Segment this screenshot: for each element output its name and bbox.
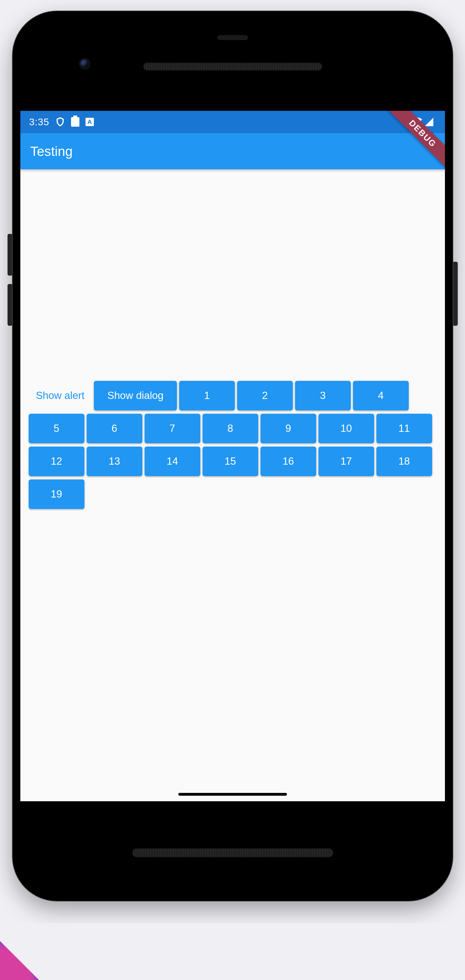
button-wrap: Show alert Show dialog 1 2 3 4 5 6 7 8 [29, 381, 436, 509]
number-label: 2 [262, 390, 268, 401]
show-alert-button[interactable]: Show alert [29, 381, 92, 410]
number-label: 18 [398, 455, 410, 467]
number-button-12[interactable]: 12 [29, 447, 85, 476]
number-label: 1 [204, 390, 210, 401]
phone-frame: 3:35 A [13, 11, 453, 901]
gesture-nav-bar [178, 793, 287, 796]
number-label: 13 [109, 455, 120, 467]
number-button-15[interactable]: 15 [203, 447, 258, 476]
number-label: 11 [398, 423, 410, 434]
number-label: 3 [320, 390, 326, 401]
number-button-5[interactable]: 5 [29, 414, 85, 443]
shield-icon [56, 117, 65, 127]
number-label: 7 [169, 423, 175, 434]
volume-up-button [8, 234, 13, 275]
wifi-icon [410, 117, 422, 127]
number-label: 14 [166, 455, 178, 467]
earpiece-speaker [144, 63, 322, 70]
number-label: 12 [51, 455, 62, 467]
app-bar-title: Testing [30, 144, 73, 159]
number-label: 19 [51, 488, 62, 500]
bezel-top [20, 19, 445, 111]
app-bar: Testing [20, 133, 445, 169]
status-left: 3:35 A [29, 116, 94, 127]
number-button-1[interactable]: 1 [179, 381, 235, 410]
number-button-16[interactable]: 16 [260, 447, 316, 476]
front-camera [79, 58, 91, 70]
number-label: 9 [285, 423, 291, 434]
number-button-3[interactable]: 3 [295, 381, 351, 410]
a-badge-icon: A [86, 118, 94, 126]
number-label: 17 [340, 455, 352, 467]
sd-card-icon [71, 117, 79, 127]
number-label: 10 [340, 423, 352, 434]
number-label: 5 [53, 423, 59, 434]
number-button-19[interactable]: 19 [29, 479, 85, 509]
phone-frame-inner: 3:35 A [20, 19, 445, 893]
show-dialog-button[interactable]: Show dialog [94, 381, 177, 410]
number-button-17[interactable]: 17 [318, 447, 374, 476]
cell-signal-icon [424, 117, 434, 127]
status-clock: 3:35 [29, 116, 49, 127]
number-button-4[interactable]: 4 [353, 381, 409, 410]
device-screen: 3:35 A [20, 111, 445, 801]
app-body: Show alert Show dialog 1 2 3 4 5 6 7 8 [20, 169, 445, 801]
number-button-8[interactable]: 8 [203, 414, 258, 443]
power-button [453, 262, 458, 326]
number-label: 8 [227, 423, 233, 434]
number-button-7[interactable]: 7 [145, 414, 200, 443]
number-button-13[interactable]: 13 [87, 447, 142, 476]
phone-mockup: 3:35 A [13, 11, 453, 901]
number-label: 6 [112, 423, 117, 434]
number-button-18[interactable]: 18 [376, 447, 432, 476]
bottom-speaker [132, 849, 333, 857]
volume-down-button [8, 284, 13, 326]
show-alert-label: Show alert [36, 390, 85, 401]
status-right [410, 117, 434, 127]
number-label: 16 [283, 455, 294, 467]
number-button-10[interactable]: 10 [318, 414, 374, 443]
bezel-bottom [20, 801, 445, 893]
number-button-9[interactable]: 9 [260, 414, 316, 443]
number-label: 15 [225, 455, 236, 467]
show-dialog-label: Show dialog [107, 390, 163, 401]
top-pill [217, 35, 248, 40]
number-button-14[interactable]: 14 [145, 447, 200, 476]
number-button-2[interactable]: 2 [237, 381, 293, 410]
status-bar: 3:35 A [20, 111, 445, 133]
number-label: 4 [378, 390, 384, 401]
number-button-6[interactable]: 6 [87, 414, 142, 443]
number-button-11[interactable]: 11 [376, 414, 432, 443]
